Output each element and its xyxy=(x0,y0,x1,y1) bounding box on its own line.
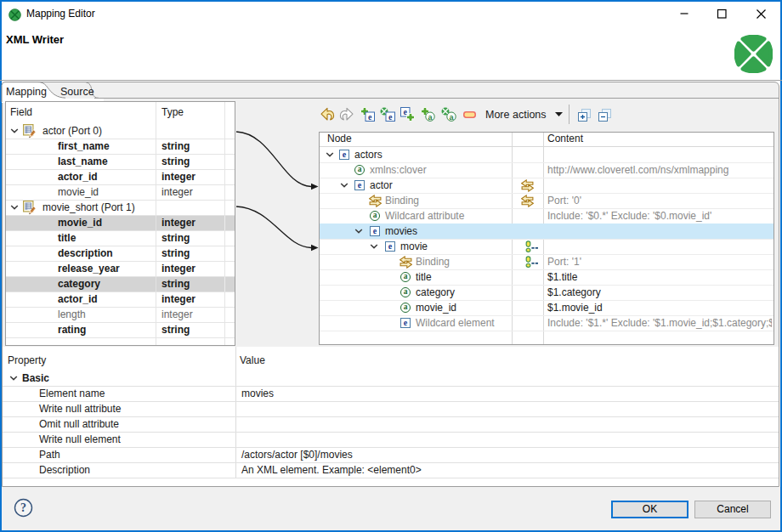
svg-text:e: e xyxy=(403,107,407,116)
svg-text:e: e xyxy=(368,112,372,122)
svg-text:?: ? xyxy=(20,501,26,514)
svg-text:e: e xyxy=(388,112,393,122)
